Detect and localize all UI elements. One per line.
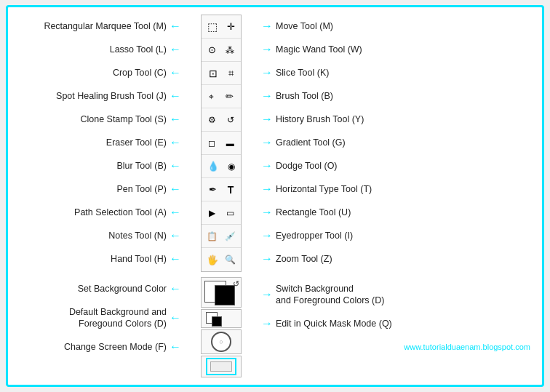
crop-icon: ⊡	[209, 68, 218, 79]
left-row-pen: Pen Tool (P) ←	[14, 177, 181, 201]
screen-mode-inner	[210, 361, 232, 372]
main-container: Rectangular Marquee Tool (M) ← Lasso Too…	[6, 5, 544, 387]
icon-strip: ⬚ ✛ ⊙ ⁂ ⊡ ⌗ ⌖ ✏	[201, 15, 242, 272]
history-brush-icon: ↺	[227, 115, 234, 125]
label-notes: Notes Tool (N)	[108, 230, 167, 241]
switch-icon: ↺	[233, 279, 239, 289]
right-row-url: www.tutorialduaenam.blogspot.com	[261, 335, 536, 359]
arrow-left-stamp: ←	[170, 113, 181, 126]
label-lasso: Lasso Tool (L)	[110, 44, 167, 55]
right-row-move: → Move Tool (M)	[261, 15, 536, 38]
right-row-eye: → Eyedropper Tool (I)	[261, 224, 536, 247]
label-crop: Crop Tool (C)	[113, 67, 167, 79]
screen-mode-frame	[206, 358, 236, 375]
label-switch: Switch Background and Foreground Colors …	[276, 283, 384, 307]
brush-icon: ✏	[226, 91, 234, 102]
icon-row-9: ▶ ▭	[202, 201, 241, 225]
left-row-crop: Crop Tool (C) ←	[14, 61, 181, 84]
icon-row-3: ⊡ ⌗	[202, 62, 241, 85]
right-row-gradient: → Gradient Tool (G)	[261, 131, 536, 154]
label-type: Horizontal Type Tool (T)	[276, 183, 372, 195]
right-row-brush: → Brush Tool (B)	[261, 84, 536, 108]
bottom-center-icons: ↺ ○	[181, 277, 261, 377]
stamp-icon: ⚙	[208, 115, 216, 125]
content-area: Rectangular Marquee Tool (M) ← Lasso Too…	[14, 15, 536, 274]
icon-row-1: ⬚ ✛	[202, 15, 241, 39]
icon-row-6: ◻ ▬	[202, 132, 241, 155]
rectangle-icon: ▭	[226, 208, 234, 218]
label-eraser: Eraser Tool (E)	[106, 137, 167, 148]
label-move: Move Tool (M)	[276, 20, 333, 32]
label-brush: Brush Tool (B)	[276, 90, 333, 102]
label-pen: Pen Tool (P)	[116, 183, 167, 195]
left-row-heal: Spot Healing Brush Tool (J) ←	[14, 84, 181, 108]
slice-icon: ⌗	[228, 68, 234, 79]
pen-icon: ✒	[209, 184, 217, 195]
arrow-left-heal: ←	[170, 89, 181, 103]
right-row-rect: → Rectangle Tool (U)	[261, 201, 536, 224]
gradient-icon: ▬	[226, 139, 234, 148]
label-dodge: Dodge Tool (O)	[276, 160, 338, 172]
arrow-left-setbg: ←	[170, 282, 181, 295]
right-row-history: → History Brush Tool (Y)	[261, 108, 536, 131]
label-setbg: Set Background Color	[78, 283, 167, 295]
arrow-left-notes: ←	[170, 229, 181, 242]
arrow-left-default: ←	[170, 311, 181, 324]
arrow-right-type: →	[261, 183, 273, 196]
arrow-left-marquee: ←	[170, 20, 181, 33]
quick-mask-label: ○	[219, 338, 223, 345]
arrow-left-blur: ←	[170, 159, 181, 172]
left-row-notes: Notes Tool (N) ←	[14, 224, 181, 247]
label-stamp: Clone Stamp Tool (S)	[80, 113, 167, 125]
bottom-left: Set Background Color ← Default Backgroun…	[14, 277, 181, 359]
icon-row-2: ⊙ ⁂	[202, 39, 241, 62]
label-history: History Brush Tool (Y)	[276, 113, 364, 125]
arrow-left-crop: ←	[170, 66, 181, 79]
arrow-right-slice: →	[261, 66, 273, 79]
left-row-blur: Blur Tool (B) ←	[14, 154, 181, 177]
blur-icon: 💧	[207, 161, 219, 172]
label-quickmask: Edit in Quick Mask Mode (Q)	[276, 318, 392, 329]
left-row-path: Path Selection Tool (A) ←	[14, 201, 181, 224]
label-zoom: Zoom Tool (Z)	[276, 253, 332, 265]
small-fg-color	[212, 316, 222, 327]
type-icon: T	[228, 184, 234, 196]
arrow-left-lasso: ←	[170, 43, 181, 56]
right-row-wand: → Magic Wand Tool (W)	[261, 38, 536, 61]
arrow-right-eye: →	[261, 229, 273, 242]
icon-row-4: ⌖ ✏	[202, 85, 241, 108]
arrow-right-wand: →	[261, 43, 273, 56]
left-row-lasso: Lasso Tool (L) ←	[14, 38, 181, 61]
right-row-type: → Horizontal Type Tool (T)	[261, 177, 536, 201]
left-row-default: Default Background and Foregound Colors …	[14, 300, 181, 335]
right-row-slice: → Slice Tool (K)	[261, 61, 536, 84]
bottom-right: → Switch Background and Foreground Color…	[261, 277, 536, 359]
right-row-dodge: → Dodge Tool (O)	[261, 154, 536, 177]
zoom-icon: 🔍	[225, 255, 236, 265]
notes-icon: 📋	[207, 231, 218, 241]
arrow-left-hand: ←	[170, 252, 181, 265]
right-row-switch: → Switch Background and Foreground Color…	[261, 277, 536, 312]
left-row-stamp: Clone Stamp Tool (S) ←	[14, 108, 181, 131]
arrow-left-pen: ←	[170, 183, 181, 196]
arrow-right-brush: →	[261, 89, 273, 103]
label-marquee: Rectangular Marquee Tool (M)	[44, 20, 167, 32]
heal-icon: ⌖	[209, 92, 214, 102]
left-row-marquee: Rectangular Marquee Tool (M) ←	[14, 15, 181, 38]
left-row-eraser: Eraser Tool (E) ←	[14, 131, 181, 154]
icon-row-8: ✒ T	[202, 178, 241, 201]
eyedropper-icon: 💉	[225, 231, 236, 241]
dodge-icon: ◉	[228, 161, 235, 172]
arrow-right-gradient: →	[261, 136, 273, 149]
quick-mask-icon-container: ○	[201, 329, 242, 354]
lasso-icon: ⊙	[208, 44, 216, 55]
eraser-icon: ◻	[208, 138, 215, 148]
label-hand: Hand Tool (H)	[111, 253, 167, 265]
label-rect: Rectangle Tool (U)	[276, 207, 351, 218]
left-labels: Rectangular Marquee Tool (M) ← Lasso Too…	[14, 15, 181, 271]
label-slice: Slice Tool (K)	[276, 67, 329, 79]
center-icons: ⬚ ✛ ⊙ ⁂ ⊡ ⌗ ⌖ ✏	[181, 15, 261, 272]
right-labels: → Move Tool (M) → Magic Wand Tool (W) → …	[261, 15, 536, 271]
screen-mode-icon-container	[201, 356, 242, 377]
foreground-color-swatch	[215, 285, 235, 305]
